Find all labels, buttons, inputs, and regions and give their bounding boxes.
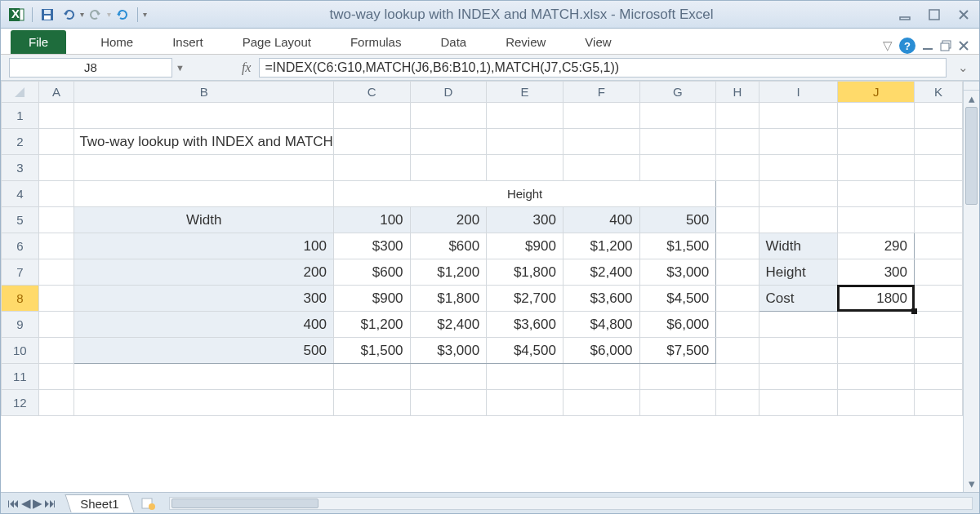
lookup-value[interactable]: 300 bbox=[838, 259, 915, 286]
col-header[interactable]: F bbox=[563, 82, 639, 103]
first-sheet-icon[interactable]: ⏮ bbox=[7, 496, 20, 511]
file-tab[interactable]: File bbox=[11, 30, 66, 54]
namebox-dropdown-icon[interactable]: ▼ bbox=[176, 63, 185, 73]
sheet-tab[interactable]: Sheet1 bbox=[65, 494, 134, 512]
tab-home[interactable]: Home bbox=[81, 30, 153, 54]
row-header[interactable]: 7 bbox=[2, 259, 39, 286]
col-header[interactable]: B bbox=[74, 82, 334, 103]
col-header[interactable]: D bbox=[410, 82, 487, 103]
formula-input[interactable]: =INDEX(C6:G10,MATCH(J6,B6:B10,1),MATCH(J… bbox=[259, 58, 947, 78]
cell[interactable]: $1,200 bbox=[563, 233, 639, 259]
cell[interactable]: $1,200 bbox=[410, 259, 487, 286]
cell[interactable]: $1,200 bbox=[333, 312, 410, 338]
cell[interactable]: $6,000 bbox=[563, 338, 639, 364]
cell[interactable]: $6,000 bbox=[639, 312, 716, 338]
spreadsheet-grid[interactable]: A B C D E F G H I J K 1 2Two-way lookup … bbox=[1, 81, 963, 416]
width-header: 300 bbox=[74, 286, 334, 312]
new-sheet-icon[interactable] bbox=[141, 497, 156, 510]
height-header: 500 bbox=[639, 207, 716, 233]
tab-insert[interactable]: Insert bbox=[153, 30, 223, 54]
horizontal-scrollbar[interactable] bbox=[169, 497, 973, 510]
split-handle[interactable] bbox=[964, 81, 979, 91]
cell[interactable]: $300 bbox=[333, 233, 410, 259]
cell[interactable]: $2,400 bbox=[410, 312, 487, 338]
lookup-value[interactable]: 290 bbox=[838, 233, 915, 259]
cell[interactable]: $3,600 bbox=[487, 312, 564, 338]
minimize-icon[interactable] bbox=[896, 6, 914, 24]
cell[interactable]: $3,600 bbox=[563, 286, 639, 312]
prev-sheet-icon[interactable]: ◀ bbox=[21, 496, 31, 511]
cell[interactable]: $600 bbox=[410, 233, 487, 259]
row-header[interactable]: 12 bbox=[2, 390, 39, 416]
next-sheet-icon[interactable]: ▶ bbox=[33, 496, 42, 511]
vertical-scrollbar[interactable]: ▴ ▾ bbox=[963, 81, 979, 492]
col-header[interactable]: C bbox=[333, 82, 410, 103]
col-header[interactable]: A bbox=[38, 82, 74, 103]
cell[interactable]: $2,400 bbox=[563, 259, 639, 286]
col-header[interactable]: G bbox=[639, 82, 716, 103]
svg-rect-5 bbox=[44, 16, 51, 20]
cell[interactable]: $7,500 bbox=[639, 338, 716, 364]
formula-expand-icon[interactable]: ⌄ bbox=[955, 60, 971, 75]
cell[interactable]: $1,500 bbox=[333, 338, 410, 364]
row-header[interactable]: 1 bbox=[2, 103, 39, 129]
cell[interactable]: $4,800 bbox=[563, 312, 639, 338]
sheet-nav[interactable]: ⏮ ◀ ▶ ⏭ bbox=[7, 496, 56, 511]
wb-minimize-icon[interactable] bbox=[922, 40, 933, 51]
col-header[interactable]: I bbox=[759, 82, 838, 103]
row-header[interactable]: 3 bbox=[2, 155, 39, 181]
help-icon[interactable]: ? bbox=[899, 38, 915, 54]
cell[interactable]: $600 bbox=[333, 259, 410, 286]
cell[interactable]: $4,500 bbox=[487, 338, 564, 364]
cell[interactable]: $3,000 bbox=[639, 259, 716, 286]
svg-rect-10 bbox=[941, 43, 949, 51]
cell[interactable]: $1,800 bbox=[410, 286, 487, 312]
cell[interactable]: $900 bbox=[333, 286, 410, 312]
scroll-thumb[interactable] bbox=[965, 107, 978, 205]
close-icon[interactable] bbox=[955, 6, 973, 24]
col-header[interactable]: H bbox=[716, 82, 759, 103]
last-sheet-icon[interactable]: ⏭ bbox=[44, 496, 56, 511]
tab-formulas[interactable]: Formulas bbox=[331, 30, 421, 54]
col-header[interactable]: E bbox=[487, 82, 564, 103]
undo-icon[interactable] bbox=[59, 5, 78, 24]
tab-view[interactable]: View bbox=[565, 30, 630, 54]
ribbon-collapse-icon[interactable]: ▽ bbox=[883, 38, 893, 53]
redo-icon[interactable] bbox=[86, 5, 105, 24]
row-header[interactable]: 6 bbox=[2, 233, 39, 259]
cell[interactable]: $3,000 bbox=[410, 338, 487, 364]
row-header[interactable]: 11 bbox=[2, 364, 39, 390]
save-icon[interactable] bbox=[38, 5, 57, 24]
scroll-up-icon[interactable]: ▴ bbox=[964, 91, 979, 107]
cell[interactable]: $1,800 bbox=[487, 259, 564, 286]
row-header[interactable]: 9 bbox=[2, 312, 39, 338]
tab-page-layout[interactable]: Page Layout bbox=[223, 30, 331, 54]
row-header[interactable]: 10 bbox=[2, 338, 39, 364]
excel-app-icon[interactable]: X bbox=[7, 6, 25, 24]
row-header[interactable]: 5 bbox=[2, 207, 39, 233]
cell[interactable]: $900 bbox=[487, 233, 564, 259]
refresh-icon[interactable] bbox=[113, 5, 132, 24]
fx-icon[interactable]: fx bbox=[242, 60, 252, 75]
tab-review[interactable]: Review bbox=[486, 30, 565, 54]
cell[interactable]: $2,700 bbox=[487, 286, 564, 312]
wb-close-icon[interactable] bbox=[958, 40, 969, 51]
maximize-icon[interactable] bbox=[925, 6, 943, 24]
col-header[interactable]: J bbox=[838, 82, 915, 103]
scroll-down-icon[interactable]: ▾ bbox=[964, 476, 979, 492]
row-header[interactable]: 4 bbox=[2, 181, 39, 207]
tab-data[interactable]: Data bbox=[421, 30, 486, 54]
select-all-corner[interactable] bbox=[2, 82, 39, 103]
row-header[interactable]: 2 bbox=[2, 129, 39, 155]
name-box[interactable]: J8 bbox=[9, 58, 172, 78]
scroll-thumb[interactable] bbox=[172, 498, 318, 508]
row-header[interactable]: 8 bbox=[2, 286, 39, 312]
height-header: 300 bbox=[487, 207, 564, 233]
lookup-label: Cost bbox=[759, 286, 838, 312]
selected-cell[interactable]: 1800 bbox=[838, 286, 915, 312]
column-headers[interactable]: A B C D E F G H I J K bbox=[2, 82, 963, 103]
cell[interactable]: $4,500 bbox=[639, 286, 716, 312]
col-header[interactable]: K bbox=[915, 82, 963, 103]
cell[interactable]: $1,500 bbox=[639, 233, 716, 259]
wb-restore-icon[interactable] bbox=[940, 40, 951, 51]
